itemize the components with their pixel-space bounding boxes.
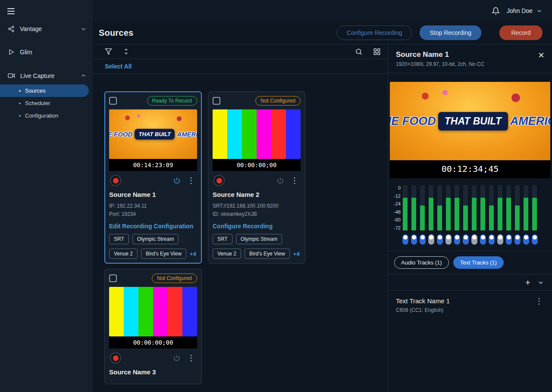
- source-card-3[interactable]: Not Configured 00:00:00;00 ⋮ Sour: [104, 269, 202, 384]
- stop-recording-button[interactable]: Stop Recording: [420, 25, 481, 40]
- sidebar-item-sources[interactable]: Sources: [0, 84, 89, 97]
- meter-bar: [480, 185, 485, 230]
- channel-toggle[interactable]: [437, 234, 443, 245]
- meter-bar: [524, 185, 528, 230]
- channel-toggle[interactable]: [428, 234, 434, 245]
- bullet-icon: [19, 90, 21, 92]
- channel-toggle[interactable]: [420, 234, 426, 245]
- power-icon[interactable]: [173, 354, 181, 362]
- more-options-icon[interactable]: ⋮: [534, 297, 544, 313]
- tag: Olympic Stream: [236, 234, 282, 244]
- grid-view-icon[interactable]: [373, 48, 381, 56]
- source-meta: IP: 192.22.34.11 Port: 19234: [109, 202, 197, 218]
- meter-bar: [472, 185, 477, 230]
- configure-recording-button[interactable]: Configure Recording: [337, 25, 412, 40]
- more-options-icon[interactable]: ⋮: [186, 177, 196, 184]
- channel-toggle[interactable]: [506, 234, 512, 245]
- edit-recording-configuration-link[interactable]: Edit Recording Configuration: [109, 223, 197, 230]
- tag: SRT: [213, 234, 232, 244]
- color-bars: [213, 109, 301, 159]
- sidebar-item-label: Live Capture: [20, 72, 75, 79]
- sidebar-item-live-capture[interactable]: Live Capture: [0, 67, 93, 84]
- status-badge: Ready To Record: [147, 96, 198, 106]
- chevron-down-icon: [536, 8, 543, 14]
- search-icon[interactable]: [355, 48, 363, 56]
- power-icon[interactable]: [173, 177, 181, 184]
- promo-artwork: THE FOOD THAT BUILT AMERICA: [109, 109, 197, 159]
- meter-bar: [403, 185, 408, 230]
- tag: SRT: [109, 234, 129, 244]
- bullet-icon: [19, 115, 21, 117]
- select-all-link[interactable]: Select All: [105, 63, 132, 70]
- card-checkbox[interactable]: [109, 97, 117, 105]
- topbar: John Doe: [93, 0, 552, 22]
- channel-toggle[interactable]: [532, 234, 538, 245]
- main-area: Sources Configure Recording Stop Recordi…: [93, 22, 552, 392]
- channel-toggle[interactable]: [463, 234, 469, 245]
- add-track-icon[interactable]: +: [525, 278, 530, 287]
- channel-toggle[interactable]: [445, 234, 452, 245]
- timecode-display: 00:14:23:09: [109, 159, 197, 171]
- more-options-icon[interactable]: ⋮: [289, 177, 300, 184]
- filter-icon[interactable]: [105, 48, 112, 55]
- user-name: John Doe: [507, 7, 533, 14]
- channel-toggle[interactable]: [514, 234, 521, 245]
- sidebar-item-scheduler[interactable]: Scheduler: [0, 97, 93, 109]
- channel-toggle[interactable]: [497, 234, 503, 245]
- meter-bar: [463, 185, 468, 230]
- card-checkbox[interactable]: [109, 274, 117, 282]
- sidebar-item-configuration[interactable]: Configuration: [0, 109, 93, 122]
- timecode-display: 00:00:00;00: [109, 336, 197, 348]
- more-options-icon[interactable]: ⋮: [186, 354, 196, 362]
- sort-icon[interactable]: [122, 48, 130, 55]
- page-title: Sources: [99, 28, 133, 38]
- source-thumbnail[interactable]: [213, 109, 301, 159]
- close-icon[interactable]: ×: [538, 50, 544, 67]
- track-actions-row: +: [388, 274, 552, 290]
- meter-bar: [437, 185, 442, 230]
- meter-bar: [420, 185, 425, 230]
- tab-audio-tracks[interactable]: Audio Tracks (1): [394, 256, 449, 269]
- sidebar-item-glim[interactable]: Glim: [0, 44, 93, 61]
- menu-icon[interactable]: [0, 0, 93, 14]
- source-cards-grid: Ready To Record THE FOOD THAT BUILT AMER…: [93, 74, 388, 392]
- channel-toggle[interactable]: [489, 234, 495, 245]
- channel-toggle[interactable]: [454, 234, 460, 245]
- text-track-item[interactable]: Text Track Name 1 C608 (CC1: English) ⋮: [388, 290, 552, 320]
- record-toggle-button[interactable]: [110, 352, 121, 364]
- source-thumbnail[interactable]: [109, 287, 197, 336]
- meter-bar: [446, 185, 451, 230]
- meter-bar: [506, 185, 511, 230]
- configure-recording-link[interactable]: Configure Recording: [213, 223, 301, 230]
- promo-text: THE FOOD: [109, 131, 132, 138]
- meter-bar: [489, 185, 494, 230]
- more-tags-link[interactable]: +4: [190, 251, 196, 257]
- more-tags-link[interactable]: +4: [293, 251, 300, 257]
- panel-format-info: 1920×1080i, 29.97, 10-bit, 2ch, No CC: [396, 61, 538, 67]
- source-card-2[interactable]: Not Configured 00:00:00;00 ⋮ Sour: [208, 91, 305, 264]
- channel-toggle[interactable]: [471, 234, 477, 245]
- promo-text: THAT BUILT: [135, 129, 175, 140]
- power-icon[interactable]: [276, 177, 284, 184]
- channel-toggle[interactable]: [480, 234, 486, 245]
- record-button[interactable]: Record: [499, 25, 543, 40]
- record-toggle-button[interactable]: [213, 175, 225, 186]
- sidebar-item-vantage[interactable]: Vantage: [0, 20, 93, 37]
- vantage-icon: [8, 25, 15, 32]
- channel-toggle[interactable]: [402, 234, 408, 245]
- source-meta: SRT://192.168.100.100:9200 ID: streamkey…: [213, 202, 301, 218]
- promo-text: AMERICA: [177, 131, 197, 138]
- user-menu[interactable]: John Doe: [507, 7, 543, 14]
- card-checkbox[interactable]: [213, 97, 220, 105]
- record-toggle-button[interactable]: [110, 175, 121, 186]
- source-card-1[interactable]: Ready To Record THE FOOD THAT BUILT AMER…: [104, 91, 202, 264]
- source-thumbnail[interactable]: THE FOOD THAT BUILT AMERICA: [109, 109, 197, 159]
- notifications-bell-icon[interactable]: [492, 7, 500, 15]
- tab-text-tracks[interactable]: Text Tracks (1): [453, 256, 504, 269]
- tag: Bird's Eye View: [245, 249, 290, 259]
- channel-toggle[interactable]: [411, 234, 417, 245]
- chevron-down-icon[interactable]: [537, 279, 544, 286]
- channel-toggle[interactable]: [523, 234, 529, 245]
- source-detail-panel: Source Name 1 1920×1080i, 29.97, 10-bit,…: [388, 44, 552, 392]
- sidebar-item-label: Glim: [20, 49, 87, 56]
